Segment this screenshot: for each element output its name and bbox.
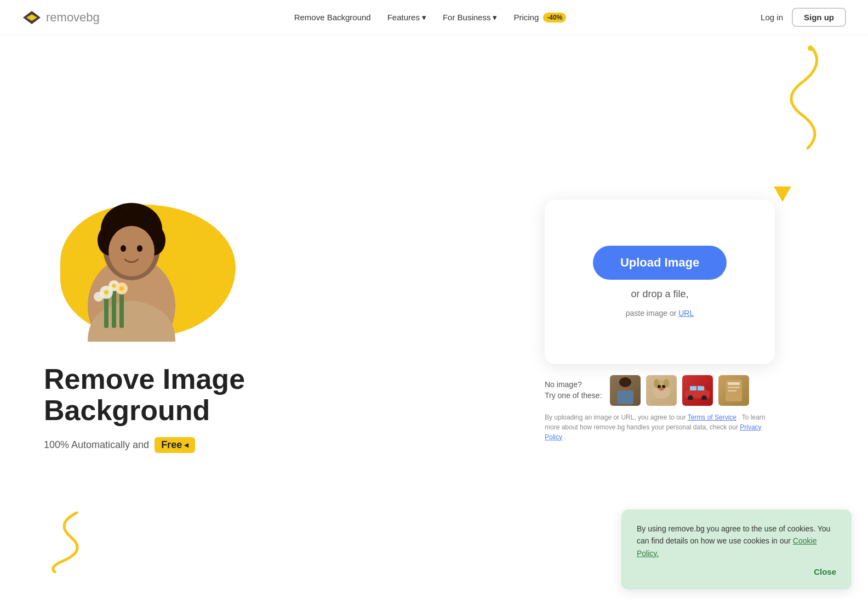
nav-pricing[interactable]: Pricing -40% [513,13,566,22]
svg-point-21 [112,284,116,287]
paste-text: paste image or URL [626,309,694,318]
logo[interactable]: removebg [22,10,100,25]
login-button[interactable]: Log in [761,13,783,22]
cookie-close-button[interactable]: Close [637,567,836,576]
svg-point-19 [94,292,104,302]
svg-rect-35 [698,386,704,390]
upload-card: Upload Image or drop a file, paste image… [545,200,775,364]
legal-text: By uploading an image or URL, you agree … [545,412,775,442]
sample-car[interactable] [681,374,714,407]
chevron-down-icon: ▾ [493,13,497,22]
svg-rect-39 [728,382,740,385]
signup-button[interactable]: Sign up [792,8,846,27]
nav-for-business[interactable]: For Business ▾ [443,13,498,22]
nav-links: Remove Background Features ▾ For Busines… [294,13,567,22]
drop-text: or drop a file, [631,288,688,300]
svg-point-10 [108,226,155,276]
tos-link[interactable]: Terms of Service [688,414,736,421]
svg-point-20 [104,290,108,294]
cookie-banner: By using remove.bg you agree to the use … [621,509,852,590]
pricing-badge: -40% [543,13,566,22]
svg-rect-15 [119,292,124,328]
thumb-dog-image [646,375,677,406]
upload-image-button[interactable]: Upload Image [593,246,727,280]
free-badge: Free [155,437,195,453]
no-image-text: No image? Try one of these: [545,380,602,401]
logo-icon [22,10,42,25]
svg-rect-40 [728,387,740,388]
svg-rect-14 [112,290,116,328]
sample-person[interactable] [609,374,642,407]
svg-point-12 [137,245,142,252]
svg-point-24 [619,377,631,387]
hero-person-image [71,196,192,342]
nav-remove-background[interactable]: Remove Background [294,13,371,22]
svg-rect-25 [617,390,633,404]
svg-point-32 [659,387,664,390]
hero-image-area [44,188,252,342]
thumb-car-image [682,375,713,406]
chevron-down-icon: ▾ [422,13,426,22]
thumb-person-image [610,375,641,406]
nav-features[interactable]: Features ▾ [387,13,426,22]
sample-dog[interactable] [645,374,678,407]
samples-row: No image? Try one of these: [545,374,775,407]
url-link[interactable]: URL [678,309,694,318]
svg-rect-41 [728,390,736,392]
nav-auth: Log in Sign up [761,8,846,27]
sample-product[interactable] [717,374,750,407]
navbar: removebg Remove Background Features ▾ Fo… [0,0,868,35]
svg-point-22 [119,286,124,291]
svg-rect-34 [690,386,696,390]
hero-right: Upload Image or drop a file, paste image… [495,200,824,442]
svg-point-11 [121,245,126,252]
thumb-product-image [718,375,749,406]
svg-rect-13 [104,295,108,328]
hero-subtext: 100% Automatically and Free [44,437,362,453]
logo-text: removebg [46,10,100,25]
hero-left: Remove Image Background 100% Automatical… [44,188,362,453]
hero-headline: Remove Image Background [44,364,362,426]
sample-images [609,374,750,407]
